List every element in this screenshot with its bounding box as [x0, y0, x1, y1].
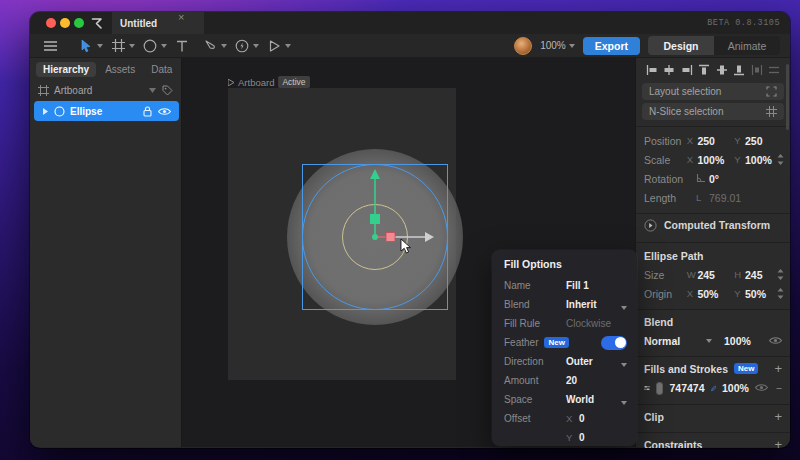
blend-visibility-eye-icon[interactable] [769, 335, 782, 347]
direction-select[interactable]: Outer [566, 356, 593, 367]
inspector-scrollbar[interactable] [786, 64, 789, 130]
fill-options-sliders-icon[interactable] [644, 383, 650, 393]
offset-y-input[interactable]: 0 [579, 432, 585, 443]
menu-icon[interactable] [40, 36, 60, 56]
fill-opacity-input[interactable]: 100% [722, 382, 749, 394]
add-fill-button[interactable]: + [774, 361, 782, 376]
tree-item-ellipse[interactable]: Ellipse [34, 101, 179, 121]
zoom-control[interactable]: 100% [540, 40, 575, 51]
direction-caret-icon[interactable] [621, 353, 627, 371]
play-tool-dropdown-icon[interactable] [284, 36, 292, 56]
tab-assets[interactable]: Assets [98, 62, 142, 77]
fill-name-input[interactable]: Fill 1 [566, 280, 589, 291]
fill-blend-caret-icon[interactable] [621, 296, 627, 314]
position-label: Position [644, 135, 687, 147]
scale-x-axis-label: X [687, 154, 698, 165]
scale-link-icon[interactable] [777, 154, 784, 167]
feather-indicator-icon[interactable] [711, 383, 716, 394]
fill-item-row[interactable]: 747474 100% − [636, 378, 790, 398]
fill-visibility-eye-icon[interactable] [755, 382, 768, 394]
tab-design[interactable]: Design [648, 36, 714, 55]
disclosure-icon[interactable] [42, 108, 49, 115]
pen-tool-icon[interactable] [200, 36, 220, 56]
remove-fill-button[interactable]: − [776, 382, 782, 394]
align-bottom-icon[interactable] [733, 64, 745, 76]
computed-transform-disclosure-icon[interactable] [644, 219, 657, 232]
distribute-horizontal-icon[interactable] [751, 64, 763, 76]
blend-mode-caret-icon[interactable] [706, 339, 712, 343]
offset-x-input[interactable]: 0 [579, 413, 585, 424]
shape-tool-dropdown-icon[interactable] [128, 36, 136, 56]
position-y-input[interactable]: 250 [745, 135, 782, 147]
user-avatar[interactable] [514, 37, 532, 55]
size-w-input[interactable]: 245 [697, 269, 734, 281]
visibility-eye-icon[interactable] [158, 107, 171, 116]
layout-selection-button[interactable]: Layout selection [642, 83, 784, 100]
ellipse-tool-icon[interactable] [140, 36, 160, 56]
feather-amount-row: Amount 20 [492, 371, 637, 390]
tab-hierarchy[interactable]: Hierarchy [36, 62, 96, 77]
size-link-icon[interactable] [777, 269, 784, 282]
hierarchy-panel: Hierarchy Assets Data Artboard Ellipse [30, 58, 182, 447]
origin-x-input[interactable]: 50% [697, 288, 734, 300]
add-clip-button[interactable]: + [774, 409, 782, 424]
gizmo-center-point[interactable] [372, 234, 378, 240]
rotation-input[interactable]: 0° [709, 173, 754, 185]
tree-item-artboard[interactable]: Artboard [30, 81, 181, 100]
nslice-selection-button[interactable]: N-Slice selection [642, 103, 784, 120]
minimize-window-button[interactable] [60, 18, 70, 28]
fill-hex-value[interactable]: 747474 [669, 382, 704, 394]
select-tool-dropdown-icon[interactable] [96, 36, 104, 56]
align-center-horizontal-icon[interactable] [663, 64, 675, 76]
main-area: Hierarchy Assets Data Artboard Ellipse [30, 58, 790, 447]
align-middle-vertical-icon[interactable] [716, 64, 728, 76]
gizmo-y-handle[interactable] [370, 214, 380, 224]
tag-icon[interactable] [162, 85, 173, 96]
fill-blend-label: Blend [504, 299, 566, 310]
fill-options-popup: Fill Options Name Fill 1 Blend Inherit F… [492, 250, 637, 446]
align-right-icon[interactable] [681, 64, 693, 76]
blend-opacity-input[interactable]: 100% [724, 335, 751, 347]
space-caret-icon[interactable] [621, 391, 627, 409]
ellipse-tool-dropdown-icon[interactable] [160, 36, 168, 56]
fullscreen-window-button[interactable] [74, 18, 84, 28]
tab-close-icon[interactable]: × [178, 12, 184, 23]
play-tool-icon[interactable] [264, 36, 284, 56]
feather-toggle[interactable] [601, 336, 627, 350]
gizmo-y-arrowhead[interactable] [370, 169, 380, 179]
text-tool-icon[interactable] [172, 36, 192, 56]
fill-blend-select[interactable]: Inherit [566, 299, 597, 310]
artboard-tool-icon[interactable] [108, 36, 128, 56]
collapse-chevron-icon[interactable] [149, 88, 156, 93]
close-window-button[interactable] [46, 18, 56, 28]
pen-tool-dropdown-icon[interactable] [220, 36, 228, 56]
align-top-icon[interactable] [698, 64, 710, 76]
computed-transform-row[interactable]: Computed Transform [636, 214, 790, 236]
select-tool-icon[interactable] [76, 36, 96, 56]
fill-rule-label: Fill Rule [504, 318, 566, 329]
position-x-input[interactable]: 250 [697, 135, 734, 147]
add-constraint-button[interactable]: + [774, 437, 782, 448]
scale-x-input[interactable]: 100% [697, 154, 734, 166]
blend-mode-select[interactable]: Normal [644, 335, 702, 347]
gizmo-direction-arrowhead[interactable] [425, 232, 434, 242]
distribute-vertical-icon[interactable] [768, 64, 780, 76]
tab-data[interactable]: Data [144, 62, 179, 77]
origin-y-label: Y [734, 288, 745, 299]
offset-x-row: Offset X 0 [492, 409, 637, 428]
clip-title: Clip [644, 411, 664, 423]
export-button[interactable]: Export [583, 37, 640, 55]
align-left-icon[interactable] [646, 64, 658, 76]
state-machine-tool-icon[interactable] [232, 36, 252, 56]
titlebar: Untitled × BETA 0.8.3105 [30, 12, 790, 34]
tab-animate[interactable]: Animate [714, 36, 780, 55]
constraints-header: Constraints + [636, 435, 790, 448]
gizmo-x-handle[interactable] [386, 233, 395, 242]
origin-link-icon[interactable] [777, 288, 784, 301]
space-select[interactable]: World [566, 394, 594, 405]
fill-color-swatch[interactable] [656, 382, 663, 395]
amount-input[interactable]: 20 [566, 375, 577, 386]
state-machine-dropdown-icon[interactable] [252, 36, 260, 56]
lock-icon[interactable] [143, 106, 152, 117]
document-tab[interactable]: Untitled [112, 12, 204, 34]
